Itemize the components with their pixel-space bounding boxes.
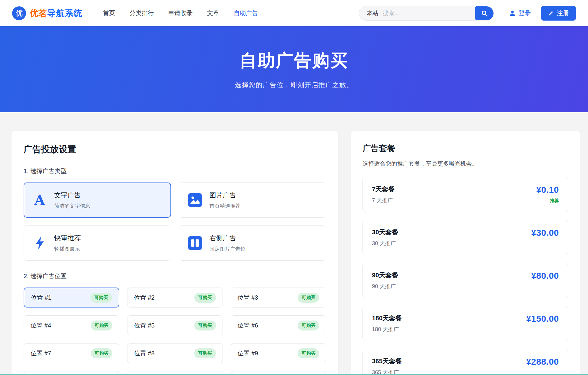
position-label: 位置 #3: [238, 294, 258, 302]
brand-name-part1: 优茗: [30, 8, 47, 18]
available-badge: 可购买: [298, 348, 319, 358]
pencil-icon: [548, 11, 553, 16]
package-list: 7天套餐7 天推广¥0.10推荐30天套餐30 天推广¥30.0090天套餐90…: [362, 177, 568, 375]
ad-position-grid: 位置 #1可购买位置 #2可购买位置 #3可购买位置 #4可购买位置 #5可购买…: [24, 288, 326, 375]
available-badge: 可购买: [194, 348, 216, 358]
available-badge: 可购买: [91, 348, 112, 358]
text-ad-icon: A: [32, 193, 47, 207]
position-label: 位置 #4: [31, 321, 51, 330]
nav-item-home[interactable]: 首页: [103, 9, 115, 17]
hero-banner: 自助广告购买 选择您的广告位，即刻开启推广之旅。: [0, 26, 588, 112]
package-card[interactable]: 365天套餐365 天推广¥288.00: [362, 349, 568, 375]
position-card[interactable]: 位置 #7可购买: [24, 343, 119, 363]
step2-label: 2. 选择广告位置: [24, 272, 326, 280]
package-name: 365天套餐: [372, 357, 401, 365]
site-logo-icon[interactable]: 优: [12, 6, 26, 20]
search-bar: 本站: [359, 6, 494, 21]
position-label: 位置 #5: [134, 321, 155, 330]
columns-icon: [188, 236, 202, 250]
register-button[interactable]: 注册: [541, 6, 576, 21]
navbar: 优 优茗导航系统 首页分类排行申请收录文章自助广告 本站 登录: [0, 0, 588, 26]
step1-label: 1. 选择广告类型: [24, 167, 326, 175]
main-content: 广告投放设置 1. 选择广告类型 A文字广告简洁的文字信息图片广告首页精选推荐快…: [0, 112, 588, 375]
position-card[interactable]: 位置 #1可购买: [24, 288, 119, 308]
page-title: 自助广告购买: [239, 49, 349, 72]
package-name: 180天套餐: [372, 314, 401, 322]
ad-type-fast-review[interactable]: 快审推荐轮播图展示: [24, 225, 171, 261]
package-name: 7天套餐: [372, 185, 395, 193]
package-duration: 90 天推广: [372, 283, 398, 290]
position-card[interactable]: 位置 #9可购买: [231, 343, 326, 363]
nav-item-self-ad[interactable]: 自助广告: [234, 9, 258, 17]
nav-item-apply-inclusion[interactable]: 申请收录: [168, 9, 193, 17]
ad-type-desc: 轮播图展示: [54, 245, 81, 252]
package-duration: 180 天推广: [372, 326, 401, 333]
package-duration: 7 天推广: [372, 197, 395, 204]
package-price: ¥288.00: [526, 357, 559, 367]
ad-type-desc: 首页精选推荐: [210, 202, 240, 209]
image-ad-icon: [188, 193, 202, 207]
position-card[interactable]: 位置 #3可购买: [231, 288, 326, 308]
package-price: ¥0.10: [536, 185, 559, 195]
available-badge: 可购买: [194, 293, 216, 303]
ad-type-desc: 固定图片广告位: [210, 245, 246, 252]
login-link[interactable]: 登录: [509, 9, 531, 17]
ad-settings-card: 广告投放设置 1. 选择广告类型 A文字广告简洁的文字信息图片广告首页精选推荐快…: [12, 131, 338, 375]
search-icon: [481, 10, 488, 17]
page-subtitle: 选择您的广告位，即刻开启推广之旅。: [235, 81, 353, 90]
site-brand: 优茗导航系统: [30, 8, 82, 19]
package-card[interactable]: 7天套餐7 天推广¥0.10推荐: [362, 177, 568, 212]
available-badge: 可购买: [91, 321, 112, 331]
package-name: 90天套餐: [372, 271, 398, 279]
position-label: 位置 #8: [134, 349, 155, 357]
nav-item-articles[interactable]: 文章: [207, 9, 219, 17]
position-card[interactable]: 位置 #4可购买: [24, 315, 119, 335]
package-duration: 30 天推广: [372, 240, 398, 247]
package-price: ¥80.00: [531, 271, 559, 281]
login-label: 登录: [519, 9, 531, 17]
recommended-badge: 推荐: [536, 198, 559, 204]
ad-type-name: 图片广告: [210, 191, 240, 200]
register-label: 注册: [557, 9, 569, 17]
lightning-icon: [32, 236, 47, 250]
position-label: 位置 #9: [238, 349, 258, 357]
ad-type-name: 右侧广告: [210, 234, 246, 243]
nav-item-category-rank[interactable]: 分类排行: [130, 9, 154, 17]
nav-menu: 首页分类排行申请收录文章自助广告: [103, 9, 258, 17]
logo-char: 优: [16, 8, 23, 18]
available-badge: 可购买: [194, 321, 216, 331]
position-label: 位置 #6: [238, 321, 258, 330]
ad-type-grid: A文字广告简洁的文字信息图片广告首页精选推荐快审推荐轮播图展示右侧广告固定图片广…: [24, 183, 326, 261]
position-card[interactable]: 位置 #5可购买: [127, 315, 223, 335]
ad-type-image[interactable]: 图片广告首页精选推荐: [179, 183, 326, 218]
ad-type-desc: 简洁的文字信息: [54, 202, 90, 209]
ad-type-right-side[interactable]: 右侧广告固定图片广告位: [179, 225, 326, 261]
position-card[interactable]: 位置 #6可购买: [231, 315, 326, 335]
position-label: 位置 #7: [31, 349, 51, 357]
package-card[interactable]: 30天套餐30 天推广¥30.00: [362, 220, 568, 255]
packages-card-subtitle: 选择适合您的推广套餐，享受更多曝光机会。: [362, 160, 568, 168]
position-label: 位置 #1: [31, 294, 51, 302]
available-badge: 可购买: [298, 321, 319, 331]
ad-type-name: 快审推荐: [54, 234, 81, 243]
position-label: 位置 #2: [134, 294, 155, 302]
search-input[interactable]: [383, 10, 475, 17]
position-card[interactable]: 位置 #2可购买: [127, 288, 223, 308]
brand-name-part2: 导航系统: [47, 8, 82, 18]
package-price: ¥30.00: [531, 228, 559, 238]
search-button[interactable]: [475, 6, 494, 21]
ad-type-text[interactable]: A文字广告简洁的文字信息: [24, 183, 171, 218]
search-scope-select[interactable]: 本站: [359, 9, 383, 17]
user-icon: [509, 10, 516, 17]
available-badge: 可购买: [298, 293, 319, 303]
settings-card-title: 广告投放设置: [24, 143, 326, 156]
ad-type-name: 文字广告: [54, 191, 90, 200]
package-card[interactable]: 90天套餐90 天推广¥80.00: [362, 263, 568, 298]
available-badge: 可购买: [91, 293, 112, 303]
position-card[interactable]: 位置 #8可购买: [127, 343, 223, 363]
package-name: 30天套餐: [372, 228, 398, 236]
package-card[interactable]: 180天套餐180 天推广¥150.00: [362, 306, 568, 341]
packages-card-title: 广告套餐: [362, 143, 568, 154]
package-price: ¥150.00: [526, 314, 559, 324]
ad-packages-card: 广告套餐 选择适合您的推广套餐，享受更多曝光机会。 7天套餐7 天推广¥0.10…: [351, 131, 580, 375]
